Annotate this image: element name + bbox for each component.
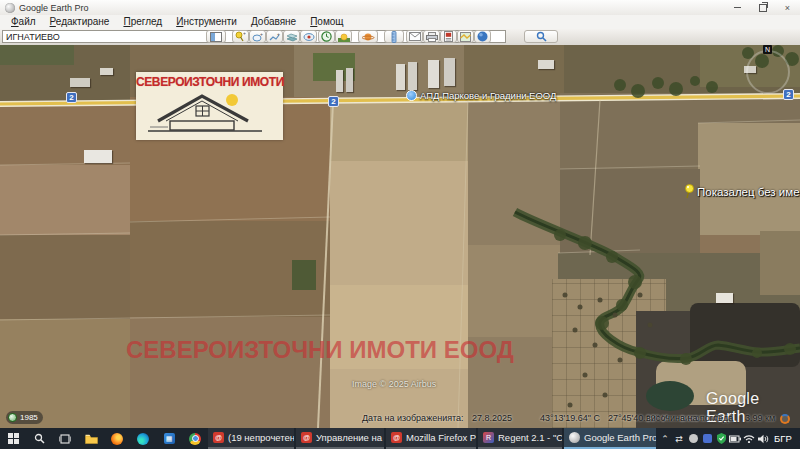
menu-help[interactable]: Помощ — [303, 15, 350, 29]
building — [538, 60, 554, 69]
tray-sync-icon[interactable]: ⇄ — [672, 428, 686, 449]
field-track — [590, 100, 600, 255]
history-clock-icon — [321, 31, 332, 42]
business-poi[interactable]: АПД Паркове и Градини ЕООД — [406, 90, 556, 101]
planet-icon — [362, 32, 375, 42]
ruler-button[interactable] — [384, 30, 404, 43]
chrome-button[interactable] — [182, 428, 208, 449]
window-title: Google Earth Pro — [19, 3, 89, 13]
task-label: Google Earth Pro — [584, 432, 656, 443]
task-firefox-private[interactable]: @ Mozilla Firefox Priv... — [386, 428, 476, 449]
planets-button[interactable] — [358, 30, 378, 43]
tray-app-icon[interactable] — [686, 428, 700, 449]
restore-button[interactable] — [750, 0, 775, 15]
language-indicator[interactable]: БГР — [770, 433, 796, 444]
task-office-management[interactable]: @ Управление на оф... — [296, 428, 384, 449]
taskbar-search-button[interactable] — [26, 428, 52, 449]
historical-imagery-button[interactable] — [318, 30, 335, 43]
save-image-button[interactable] — [440, 30, 457, 43]
business-poi-icon — [406, 90, 417, 101]
polygon-icon: + — [252, 32, 264, 42]
earth-sphere-button[interactable] — [474, 30, 491, 43]
battery-icon[interactable] — [728, 428, 742, 449]
greenhouse — [346, 68, 353, 92]
menu-bar: Файл Редактиране Преглед Инструменти Доб… — [0, 15, 800, 29]
folder-icon — [85, 434, 98, 444]
farm-building — [100, 68, 113, 75]
earth-sphere-icon — [477, 31, 488, 42]
sun-icon — [338, 32, 350, 42]
add-image-overlay-button[interactable] — [283, 30, 300, 43]
add-placemark-button[interactable]: + — [232, 30, 249, 43]
edge-icon — [137, 433, 149, 445]
abv-mail-icon: @ — [213, 432, 224, 443]
minimize-button[interactable] — [725, 0, 750, 15]
menu-tools[interactable]: Инструменти — [169, 15, 244, 29]
record-tour-button[interactable] — [300, 30, 317, 43]
system-tray: ⌃ ⇄ БГР 16:07 — [658, 428, 800, 449]
google-maps-icon — [460, 32, 471, 42]
sunlight-button[interactable] — [335, 30, 352, 43]
compass-ring[interactable] — [746, 50, 790, 94]
close-button[interactable]: × — [775, 0, 800, 15]
map-viewport[interactable]: 2 2 2 N СЕВЕРОИЗТОЧНИ ИМОТИ АПД Парк — [0, 45, 800, 428]
firefox-button[interactable] — [104, 428, 130, 449]
chrome-icon — [189, 433, 201, 445]
add-polygon-button[interactable]: + — [249, 30, 266, 43]
restore-icon — [759, 4, 767, 12]
task-google-earth-pro[interactable]: Google Earth Pro — [564, 428, 656, 449]
menu-edit[interactable]: Редактиране — [43, 15, 117, 29]
road-shield: 2 — [783, 89, 794, 100]
task-label: Regent 2.1 - "СЕВЕ... — [498, 432, 562, 443]
menu-add[interactable]: Добавяне — [244, 15, 303, 29]
file-explorer-button[interactable] — [78, 428, 104, 449]
ruler-icon — [391, 31, 397, 43]
menu-file[interactable]: Файл — [4, 15, 43, 29]
greenhouse — [408, 62, 417, 90]
google-earth-task-icon — [569, 432, 580, 443]
volume-icon[interactable] — [756, 428, 770, 449]
google-earth-window: Google Earth Pro × Файл Редактиране Прег… — [0, 0, 800, 449]
search-button[interactable] — [524, 30, 558, 43]
save-image-icon — [444, 31, 453, 42]
business-poi-label: АПД Паркове и Градини ЕООД — [420, 90, 556, 101]
imagery-copyright: Image © 2025 Airbus — [352, 379, 436, 389]
edge-button[interactable] — [130, 428, 156, 449]
view-in-google-maps-button[interactable] — [457, 30, 474, 43]
task-regent[interactable]: R Regent 2.1 - "СЕВЕ... — [478, 428, 562, 449]
toggle-sidebar-button[interactable] — [206, 30, 226, 43]
task-view-button[interactable] — [52, 428, 78, 449]
hidden-icons-chevron[interactable]: ⌃ — [658, 428, 672, 449]
taskbar-search-icon — [34, 433, 45, 444]
logo-house-icon — [140, 89, 280, 135]
blue-app-icon: ▦ — [164, 433, 175, 444]
svg-text:+: + — [243, 31, 246, 36]
task-label: (19 непрочетени) -... — [228, 432, 294, 443]
farm-building — [70, 78, 90, 87]
greenhouse — [396, 64, 405, 90]
streaming-indicator-icon — [780, 414, 790, 424]
sidebar-icon — [210, 32, 222, 42]
task-mail-unread[interactable]: @ (19 непрочетени) -... — [208, 428, 294, 449]
email-button[interactable] — [406, 30, 423, 43]
field-boundary — [458, 100, 468, 428]
path-icon: + — [269, 32, 281, 42]
windows-taskbar: ▦ @ (19 непрочетени) -... @ Управление н… — [0, 428, 800, 449]
add-path-button[interactable]: + — [266, 30, 283, 43]
placemark[interactable]: Показалец без име — [683, 184, 800, 199]
record-tour-icon — [303, 32, 315, 42]
placemark-icon: + — [235, 31, 246, 42]
start-button[interactable] — [0, 428, 26, 449]
title-bar: Google Earth Pro × — [0, 0, 800, 16]
print-button[interactable] — [423, 30, 440, 43]
app-button-blue[interactable]: ▦ — [156, 428, 182, 449]
printer-icon — [426, 32, 438, 42]
windows-logo-icon — [8, 433, 19, 444]
field-boundaries — [0, 120, 800, 320]
clock[interactable]: 16:07 — [796, 433, 800, 444]
menu-view[interactable]: Преглед — [116, 15, 169, 29]
tray-blue-app-icon[interactable] — [700, 428, 714, 449]
tray-antivirus-shield-icon[interactable] — [714, 428, 728, 449]
firefox-private-icon: @ — [391, 432, 402, 443]
wifi-icon[interactable] — [742, 428, 756, 449]
